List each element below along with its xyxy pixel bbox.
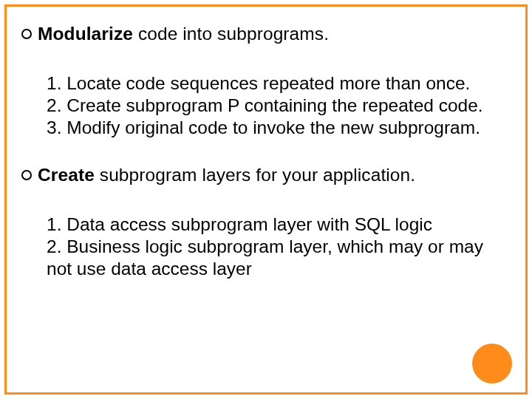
decorative-dot-icon bbox=[472, 344, 512, 383]
numbered-list: 1. Data access subprogram layer with SQL… bbox=[21, 214, 511, 280]
heading-text: Modularize code into subprograms. bbox=[38, 23, 329, 44]
list-item: 1. Data access subprogram layer with SQL… bbox=[47, 214, 511, 236]
list-item: 2. Create subprogram P containing the re… bbox=[47, 95, 511, 117]
list-item: 2. Business logic subprogram layer, whic… bbox=[47, 236, 511, 280]
list-item: 1. Locate code sequences repeated more t… bbox=[47, 72, 511, 95]
section-create-layers: Create subprogram layers for your applic… bbox=[21, 164, 511, 280]
numbered-list: 1. Locate code sequences repeated more t… bbox=[21, 72, 511, 139]
heading-keyword: Modularize bbox=[38, 24, 133, 44]
heading-keyword: Create bbox=[38, 165, 95, 185]
heading-row: Modularize code into subprograms. bbox=[21, 23, 511, 44]
heading-rest: subprogram layers for your application. bbox=[95, 165, 415, 185]
circle-bullet-icon bbox=[21, 170, 32, 180]
slide-frame: Modularize code into subprograms. 1. Loc… bbox=[4, 4, 528, 395]
heading-text: Create subprogram layers for your applic… bbox=[38, 164, 415, 185]
heading-row: Create subprogram layers for your applic… bbox=[21, 164, 511, 185]
list-item: 3. Modify original code to invoke the ne… bbox=[47, 117, 511, 139]
section-modularize: Modularize code into subprograms. 1. Loc… bbox=[21, 23, 511, 139]
circle-bullet-icon bbox=[21, 29, 32, 39]
heading-rest: code into subprograms. bbox=[133, 24, 329, 44]
